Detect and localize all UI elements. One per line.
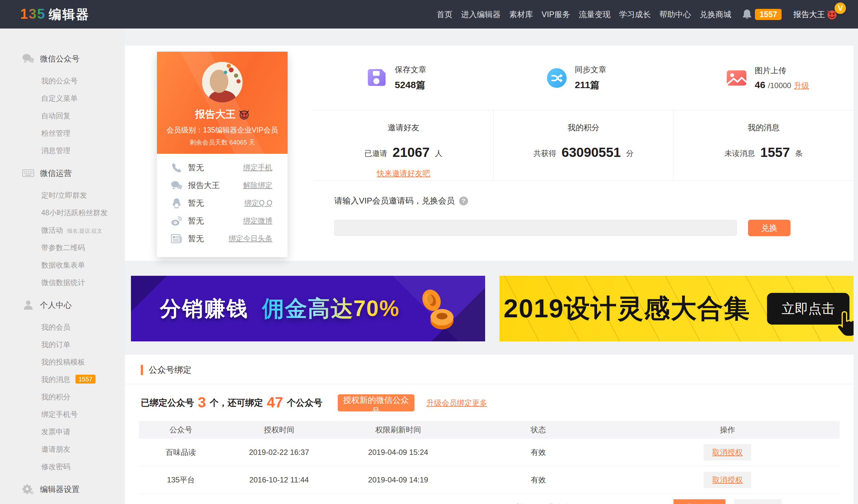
nav-item-enter-editor[interactable]: 进入编辑器	[461, 9, 500, 20]
section-title: 公众号绑定	[149, 364, 191, 376]
notifications[interactable]: 1557	[742, 9, 782, 20]
page: 135 编辑器 首页 进入编辑器 素材库 VIP服务 流量变现 学习成长 帮助中…	[0, 0, 858, 504]
sidebar-section-title: 微信运营	[40, 168, 72, 178]
bound-accounts-table: 公众号 授权时间 权限刷新时间 状态 操作 百味品读 2019-02-22 16…	[139, 421, 840, 504]
manual-refresh-button[interactable]: 手动刷新	[673, 499, 726, 504]
sidebar-item-data-collection-form[interactable]: 数据收集表单	[0, 257, 125, 274]
top-navbar: 135 编辑器 首页 进入编辑器 素材库 VIP服务 流量变现 学习成长 帮助中…	[0, 0, 858, 29]
stat-synced-articles: 同步文章 211篇	[494, 46, 674, 110]
bind-weibo-link[interactable]: 绑定微博	[243, 216, 272, 226]
bind-phone-link[interactable]: 绑定手机	[243, 163, 272, 173]
sidebar-section-personal-center[interactable]: 个人中心	[0, 291, 125, 319]
sidebar-item-wechat-statistics[interactable]: 微信数据统计	[0, 274, 125, 291]
phone-icon	[171, 162, 182, 173]
sidebar-item-article-signature[interactable]: 文章签名	[0, 503, 125, 504]
sidebar-item-micro-activity[interactable]: 微活动 报名,提议,征文	[0, 222, 125, 239]
official-account-binding-panel: 公众号绑定 已绑定公众号 3 个，还可绑定 47 个公众号 授权新的微信公众号 …	[125, 355, 854, 504]
sidebar-item-change-password[interactable]: 修改密码	[0, 458, 125, 475]
bound-count: 3	[198, 394, 206, 411]
phone-binding-value: 暂无	[188, 162, 204, 173]
unbind-wechat-link[interactable]: 解除绑定	[243, 180, 272, 190]
sidebar-item-scheduled-mass-send[interactable]: 定时/立即群发	[0, 187, 125, 204]
save-icon	[367, 68, 386, 88]
cancel-authorization-button[interactable]: 取消授权	[703, 444, 751, 460]
sidebar-item-bind-phone[interactable]: 绑定手机号	[0, 406, 125, 423]
sidebar-item-my-orders[interactable]: 我的订单	[0, 336, 125, 354]
upgrade-membership-link[interactable]: 升级会员绑定更多	[427, 398, 487, 408]
sidebar: 微信公众号 我的公众号 自定义菜单 自动回复 粉丝管理 消息管理 微信运营 定时…	[0, 29, 125, 504]
my-messages-label: 我的消息	[41, 375, 70, 384]
sidebar-section-title: 编辑器设置	[40, 484, 80, 494]
sidebar-item-fans-management[interactable]: 粉丝管理	[0, 125, 125, 142]
sidebar-item-message-management[interactable]: 消息管理	[0, 142, 125, 160]
gears-icon	[22, 484, 34, 494]
membership-level: 会员级别：135编辑器企业VIP会员	[166, 125, 278, 135]
sidebar-item-my-templates[interactable]: 我的投稿模板	[0, 354, 125, 371]
vip-code-input[interactable]	[334, 220, 737, 236]
invite-friends-link[interactable]: 快来邀请好友吧	[377, 168, 430, 178]
sidebar-item-parameter-qrcode[interactable]: 带参数二维码	[0, 239, 125, 257]
nav-item-home[interactable]: 首页	[436, 9, 452, 20]
devil-emoji-icon	[239, 109, 250, 119]
sidebar-item-invoice-request[interactable]: 发票申请	[0, 423, 125, 441]
help-icon[interactable]: ?	[459, 196, 468, 206]
section-title-row: 公众号绑定	[125, 355, 854, 384]
logo-number: 135	[20, 6, 45, 22]
nav-item-traffic[interactable]: 流量变现	[579, 9, 610, 20]
hand-cursor-icon	[837, 311, 854, 339]
upgrade-link[interactable]: 升级	[794, 81, 809, 90]
bell-icon	[742, 9, 752, 20]
design-collection-banner[interactable]: 2019设计灵感大合集 立即点击	[499, 276, 854, 341]
micro-activity-suffix: 报名,提议,征文	[67, 228, 102, 234]
wechat-icon	[171, 180, 182, 191]
sidebar-item-my-membership[interactable]: 我的会员	[0, 319, 125, 336]
vip-redeem-label: 请输入VIP会员邀请码，兑换会员	[334, 195, 455, 206]
binding-summary: 已绑定公众号 3 个，还可绑定 47 个公众号 授权新的微信公众号 升级会员绑定…	[125, 384, 854, 411]
sidebar-item-my-messages[interactable]: 我的消息 1557	[0, 371, 125, 388]
app-logo[interactable]: 135 编辑器	[20, 6, 90, 23]
weibo-binding-value: 暂无	[188, 215, 204, 226]
redeem-button[interactable]: 兑换	[748, 220, 791, 236]
summary-text: 个，还可绑定	[210, 397, 263, 409]
account-name: 百味品读	[139, 447, 223, 457]
sidebar-item-48h-active-fans[interactable]: 48小时活跃粉丝群发	[0, 204, 125, 222]
banner-text-highlight: 佣金高达70%	[262, 294, 399, 324]
authorize-new-account-button[interactable]: 授权新的微信公众号	[338, 394, 414, 411]
sidebar-section-wechat-official[interactable]: 微信公众号	[0, 45, 125, 72]
vip-redeem-area: 请输入VIP会员邀请码，兑换会员 ? 兑换	[314, 181, 854, 236]
nav-item-help-center[interactable]: 帮助中心	[659, 9, 691, 20]
bind-qq-link[interactable]: 绑定Q Q	[244, 198, 272, 208]
column-header-auth-time: 授权时间	[223, 425, 335, 435]
user-menu[interactable]: 报告大王 V	[793, 0, 838, 29]
sidebar-item-auto-reply[interactable]: 自动回复	[0, 107, 125, 125]
upload-limit: /10000	[768, 81, 791, 90]
binding-row-phone: 暂无 绑定手机	[171, 163, 272, 172]
nav-item-exchange-mall[interactable]: 兑换商城	[699, 9, 731, 20]
notification-count-badge[interactable]: 1557	[755, 9, 782, 20]
nav-item-learning[interactable]: 学习成长	[619, 9, 651, 20]
cancel-authorization-button[interactable]: 取消授权	[734, 499, 782, 504]
stat-saved-articles: 保存文章 5248篇	[314, 46, 494, 110]
distribution-banner[interactable]: 分销赚钱 佣金高达70%	[131, 276, 485, 341]
nav-item-vip-service[interactable]: VIP服务	[542, 9, 570, 20]
stat-image-upload: 图片上传 46 /10000 升级	[673, 46, 854, 110]
cancel-authorization-button[interactable]: 取消授权	[703, 472, 751, 488]
stats-area: 保存文章 5248篇 同步文章 211篇 图	[314, 46, 854, 261]
sidebar-item-custom-menu[interactable]: 自定义菜单	[0, 90, 125, 107]
sidebar-section-wechat-operation[interactable]: 微信运营	[0, 160, 125, 187]
weibo-icon	[171, 215, 182, 226]
coins-icon	[415, 282, 456, 336]
nav-item-material-library[interactable]: 素材库	[509, 9, 533, 20]
bind-toutiao-link[interactable]: 绑定今日头条	[228, 233, 272, 243]
sidebar-section-editor-settings[interactable]: 编辑器设置	[0, 475, 125, 503]
refresh-time: 2019-04-09 15:24	[335, 448, 461, 457]
invited-prefix: 已邀请	[364, 149, 387, 158]
sidebar-item-my-points[interactable]: 我的积分	[0, 388, 125, 406]
sync-icon	[547, 68, 567, 88]
banner-cta-button[interactable]: 立即点击	[767, 293, 849, 325]
sidebar-item-my-official-account[interactable]: 我的公众号	[0, 72, 125, 90]
stats-top-row: 保存文章 5248篇 同步文章 211篇 图	[314, 46, 854, 110]
block-title: 我的积分	[494, 123, 673, 133]
sidebar-item-invite-friends[interactable]: 邀请朋友	[0, 441, 125, 458]
status-text: 有效	[461, 447, 616, 457]
